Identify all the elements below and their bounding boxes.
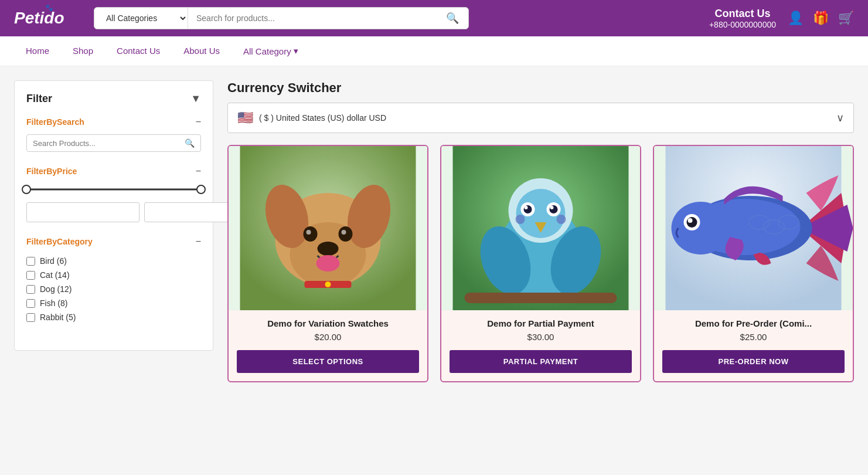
svg-point-6 — [339, 226, 353, 242]
main-layout: Filter ▼ FilterBySearch − 🔍 FilterByPric… — [0, 66, 868, 396]
category-cat[interactable]: Cat (14) — [26, 268, 201, 282]
category-rabbit[interactable]: Rabbit (5) — [26, 310, 201, 324]
svg-rect-27 — [465, 293, 617, 303]
product-info-3: Demo for Pre-Order (Comi... $25.00 PRE-O… — [654, 310, 853, 381]
filter-category-header: FilterByCategory − — [26, 236, 201, 247]
product-image-bird — [441, 146, 640, 310]
product-card-2: Demo for Partial Payment $30.00 PARTIAL … — [440, 145, 641, 382]
svg-point-24 — [557, 215, 566, 224]
filter-by-search-section: FilterBySearch − 🔍 — [26, 117, 201, 152]
contact-info: Contact Us +880-0000000000 — [709, 8, 776, 29]
svg-point-9 — [318, 242, 339, 256]
product-image-dog — [229, 146, 427, 310]
category-dog-checkbox[interactable] — [26, 285, 35, 294]
price-range: 0 249 — [26, 184, 201, 222]
chevron-down-icon: ▾ — [294, 46, 298, 56]
product-info-1: Demo for Variation Swatches $20.00 SELEC… — [229, 310, 427, 381]
nav-contact[interactable]: Contact Us — [105, 36, 172, 66]
products-grid: Demo for Variation Swatches $20.00 SELEC… — [227, 145, 854, 382]
filter-search-input[interactable] — [33, 139, 180, 148]
category-fish-label: Fish (8) — [40, 298, 67, 308]
nav-about[interactable]: About Us — [172, 36, 232, 66]
main-nav: Home Shop Contact Us About Us All Catego… — [0, 36, 868, 66]
filter-search-box: 🔍 — [26, 134, 201, 152]
svg-point-33 — [687, 217, 697, 228]
nav-home[interactable]: Home — [14, 36, 61, 66]
product-price-1: $20.00 — [315, 332, 342, 342]
category-fish-checkbox[interactable] — [26, 299, 35, 308]
price-thumb-min[interactable] — [22, 185, 31, 194]
filter-search-header: FilterBySearch − — [26, 117, 201, 127]
currency-text: ( $ ) United States (US) dollar USD — [259, 113, 386, 123]
product-card-1: Demo for Variation Swatches $20.00 SELEC… — [227, 145, 428, 382]
filter-by-category-section: FilterByCategory − Bird (6) Cat (14) Dog… — [26, 236, 201, 324]
category-fish[interactable]: Fish (8) — [26, 296, 201, 310]
svg-point-23 — [516, 215, 525, 224]
category-bird[interactable]: Bird (6) — [26, 254, 201, 268]
category-select[interactable]: All Categories — [94, 8, 188, 29]
category-cat-checkbox[interactable] — [26, 271, 35, 280]
category-cat-label: Cat (14) — [40, 270, 70, 280]
currency-switcher: Currency Switcher 🇺🇸 ( $ ) United States… — [227, 80, 854, 133]
svg-point-34 — [688, 218, 693, 223]
bird-image-svg — [441, 146, 640, 310]
fish-image-svg — [654, 146, 853, 310]
search-button[interactable]: 🔍 — [437, 8, 468, 29]
filter-by-price-section: FilterByPrice − 0 249 — [26, 166, 201, 222]
cart-icon[interactable]: 🛒 — [838, 11, 854, 26]
header: Petid🐾o All Categories 🔍 Contact Us +880… — [0, 0, 868, 36]
filter-funnel-icon: ▼ — [190, 93, 201, 105]
contact-title: Contact Us — [709, 8, 776, 20]
header-icons: 👤 🎁 🛒 — [788, 11, 854, 26]
svg-point-12 — [325, 281, 331, 287]
product-name-1: Demo for Variation Swatches — [267, 318, 389, 328]
user-icon[interactable]: 👤 — [788, 11, 804, 26]
filter-price-title: FilterByPrice — [26, 167, 77, 176]
us-flag-icon: 🇺🇸 — [237, 110, 253, 125]
search-input[interactable] — [188, 8, 437, 29]
product-name-2: Demo for Partial Payment — [487, 318, 594, 328]
product-image-fish — [654, 146, 853, 310]
gift-icon[interactable]: 🎁 — [813, 11, 829, 26]
currency-switcher-title: Currency Switcher — [227, 80, 854, 96]
currency-select-box[interactable]: 🇺🇸 ( $ ) United States (US) dollar USD ∨ — [227, 103, 854, 133]
filter-category-title: FilterByCategory — [26, 237, 93, 246]
product-info-2: Demo for Partial Payment $30.00 PARTIAL … — [441, 310, 640, 381]
currency-left: 🇺🇸 ( $ ) United States (US) dollar USD — [237, 110, 386, 125]
svg-point-31 — [672, 202, 730, 255]
search-bar: All Categories 🔍 — [94, 7, 469, 29]
product-name-3: Demo for Pre-Order (Comi... — [695, 318, 812, 328]
product-btn-1[interactable]: SELECT OPTIONS — [237, 350, 419, 373]
filter-price-header: FilterByPrice − — [26, 166, 201, 177]
price-track — [26, 189, 201, 191]
svg-point-22 — [550, 206, 554, 209]
price-thumb-max[interactable] — [196, 185, 206, 194]
svg-point-8 — [342, 230, 346, 235]
filter-category-collapse[interactable]: − — [196, 236, 201, 247]
dog-image-svg — [229, 146, 427, 310]
nav-shop[interactable]: Shop — [61, 36, 105, 66]
price-min-input[interactable]: 0 — [26, 202, 139, 222]
filter-title: Filter — [26, 93, 52, 105]
main-content: Currency Switcher 🇺🇸 ( $ ) United States… — [227, 80, 854, 382]
product-price-3: $25.00 — [740, 332, 767, 342]
filter-search-collapse[interactable]: − — [196, 117, 201, 127]
product-btn-3[interactable]: PRE-ORDER NOW — [662, 350, 845, 373]
category-dog[interactable]: Dog (12) — [26, 282, 201, 296]
category-bird-checkbox[interactable] — [26, 257, 35, 266]
category-rabbit-checkbox[interactable] — [26, 313, 35, 322]
nav-all-category[interactable]: All Category ▾ — [232, 36, 310, 66]
filter-search-icon: 🔍 — [185, 138, 195, 148]
product-card-3: Demo for Pre-Order (Comi... $25.00 PRE-O… — [653, 145, 854, 382]
filter-search-title: FilterBySearch — [26, 117, 84, 127]
svg-point-5 — [304, 226, 318, 242]
svg-point-7 — [307, 230, 311, 235]
product-btn-2[interactable]: PARTIAL PAYMENT — [450, 350, 632, 373]
svg-point-21 — [525, 206, 528, 209]
sidebar: Filter ▼ FilterBySearch − 🔍 FilterByPric… — [14, 80, 213, 351]
filter-price-collapse[interactable]: − — [196, 166, 201, 177]
svg-point-10 — [316, 255, 340, 272]
price-slider[interactable] — [26, 184, 201, 195]
product-price-2: $30.00 — [527, 332, 554, 342]
category-bird-label: Bird (6) — [40, 256, 67, 266]
